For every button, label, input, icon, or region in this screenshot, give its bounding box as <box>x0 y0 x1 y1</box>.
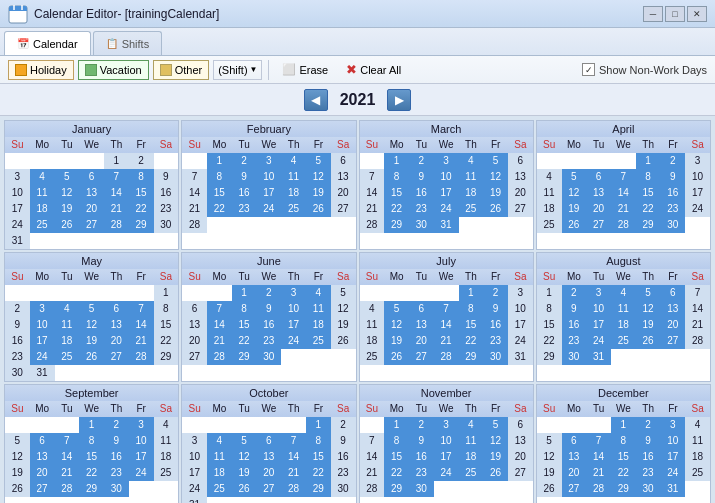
calendar-day[interactable]: 26 <box>483 201 508 217</box>
calendar-day[interactable]: 29 <box>611 481 636 497</box>
calendar-day[interactable]: 31 <box>30 365 55 381</box>
calendar-day[interactable]: 24 <box>129 465 154 481</box>
calendar-day[interactable]: 16 <box>331 449 356 465</box>
calendar-day[interactable]: 4 <box>459 153 484 169</box>
calendar-day[interactable]: 20 <box>508 185 533 201</box>
calendar-day[interactable]: 15 <box>384 185 409 201</box>
calendar-day[interactable]: 23 <box>257 333 282 349</box>
calendar-day[interactable]: 11 <box>154 433 179 449</box>
calendar-day[interactable]: 14 <box>434 317 459 333</box>
tab-shifts[interactable]: 📋 Shifts <box>93 31 163 55</box>
calendar-day[interactable]: 25 <box>611 333 636 349</box>
calendar-day[interactable]: 2 <box>5 301 30 317</box>
calendar-day[interactable]: 31 <box>508 349 533 365</box>
calendar-day[interactable]: 16 <box>636 449 661 465</box>
calendar-day[interactable]: 29 <box>306 481 331 497</box>
calendar-day[interactable]: 27 <box>30 481 55 497</box>
calendar-day[interactable]: 28 <box>434 349 459 365</box>
calendar-day[interactable]: 22 <box>537 333 562 349</box>
calendar-day[interactable]: 26 <box>384 349 409 365</box>
calendar-day[interactable]: 11 <box>685 433 710 449</box>
calendar-day[interactable]: 18 <box>306 317 331 333</box>
calendar-day[interactable]: 9 <box>483 301 508 317</box>
calendar-day[interactable]: 19 <box>483 449 508 465</box>
calendar-day[interactable]: 14 <box>182 185 207 201</box>
calendar-day[interactable]: 24 <box>661 465 686 481</box>
calendar-day[interactable]: 8 <box>537 301 562 317</box>
calendar-day[interactable]: 30 <box>409 481 434 497</box>
calendar-day[interactable]: 30 <box>562 349 587 365</box>
calendar-day[interactable]: 16 <box>483 317 508 333</box>
calendar-day[interactable]: 1 <box>384 417 409 433</box>
calendar-day[interactable]: 6 <box>661 285 686 301</box>
calendar-day[interactable]: 18 <box>30 201 55 217</box>
calendar-day[interactable]: 1 <box>306 417 331 433</box>
calendar-day[interactable]: 14 <box>281 449 306 465</box>
calendar-day[interactable]: 11 <box>281 169 306 185</box>
calendar-day[interactable]: 14 <box>104 185 129 201</box>
calendar-day[interactable]: 3 <box>685 153 710 169</box>
calendar-day[interactable]: 19 <box>79 333 104 349</box>
calendar-day[interactable]: 26 <box>331 333 356 349</box>
calendar-day[interactable]: 1 <box>79 417 104 433</box>
calendar-day[interactable]: 24 <box>434 465 459 481</box>
calendar-day[interactable]: 16 <box>154 185 179 201</box>
calendar-day[interactable]: 3 <box>434 153 459 169</box>
calendar-day[interactable]: 21 <box>360 201 385 217</box>
calendar-day[interactable]: 21 <box>685 317 710 333</box>
calendar-day[interactable]: 2 <box>409 417 434 433</box>
calendar-day[interactable]: 12 <box>79 317 104 333</box>
calendar-day[interactable]: 21 <box>55 465 80 481</box>
calendar-day[interactable]: 6 <box>409 301 434 317</box>
calendar-day[interactable]: 3 <box>586 285 611 301</box>
calendar-day[interactable]: 21 <box>360 465 385 481</box>
calendar-day[interactable]: 11 <box>207 449 232 465</box>
calendar-day[interactable]: 20 <box>562 465 587 481</box>
calendar-day[interactable]: 13 <box>508 169 533 185</box>
calendar-day[interactable]: 7 <box>182 169 207 185</box>
calendar-day[interactable]: 12 <box>384 317 409 333</box>
calendar-day[interactable]: 28 <box>129 349 154 365</box>
calendar-day[interactable]: 9 <box>409 169 434 185</box>
calendar-day[interactable]: 23 <box>661 201 686 217</box>
erase-button[interactable]: ⬜ Erase <box>275 60 335 80</box>
calendar-day[interactable]: 5 <box>55 169 80 185</box>
calendar-day[interactable]: 4 <box>306 285 331 301</box>
calendar-day[interactable]: 6 <box>79 169 104 185</box>
prev-year-button[interactable]: ◀ <box>304 89 328 111</box>
calendar-day[interactable]: 31 <box>586 349 611 365</box>
calendar-day[interactable]: 17 <box>257 185 282 201</box>
calendar-day[interactable]: 8 <box>459 301 484 317</box>
calendar-day[interactable]: 25 <box>459 465 484 481</box>
calendar-day[interactable]: 22 <box>232 333 257 349</box>
calendar-day[interactable]: 25 <box>30 217 55 233</box>
calendar-day[interactable]: 11 <box>459 169 484 185</box>
calendar-day[interactable]: 17 <box>434 449 459 465</box>
calendar-day[interactable]: 21 <box>207 333 232 349</box>
calendar-day[interactable]: 3 <box>257 153 282 169</box>
calendar-day[interactable]: 27 <box>661 333 686 349</box>
calendar-day[interactable]: 6 <box>331 153 356 169</box>
calendar-day[interactable]: 26 <box>79 349 104 365</box>
calendar-day[interactable]: 9 <box>5 317 30 333</box>
calendar-day[interactable]: 24 <box>257 201 282 217</box>
calendar-day[interactable]: 28 <box>182 217 207 233</box>
calendar-day[interactable]: 8 <box>636 169 661 185</box>
calendar-day[interactable]: 10 <box>257 169 282 185</box>
calendar-day[interactable]: 29 <box>537 349 562 365</box>
calendar-day[interactable]: 30 <box>331 481 356 497</box>
calendar-day[interactable]: 29 <box>384 481 409 497</box>
calendar-day[interactable]: 20 <box>182 333 207 349</box>
calendar-day[interactable]: 22 <box>129 201 154 217</box>
calendar-day[interactable]: 27 <box>508 201 533 217</box>
calendar-day[interactable]: 12 <box>331 301 356 317</box>
calendar-day[interactable]: 4 <box>685 417 710 433</box>
calendar-day[interactable]: 10 <box>5 185 30 201</box>
calendar-day[interactable]: 2 <box>232 153 257 169</box>
calendar-day[interactable]: 24 <box>508 333 533 349</box>
calendar-day[interactable]: 24 <box>5 217 30 233</box>
calendar-day[interactable]: 9 <box>257 301 282 317</box>
calendar-day[interactable]: 3 <box>182 433 207 449</box>
calendar-day[interactable]: 28 <box>104 217 129 233</box>
calendar-day[interactable]: 24 <box>685 201 710 217</box>
